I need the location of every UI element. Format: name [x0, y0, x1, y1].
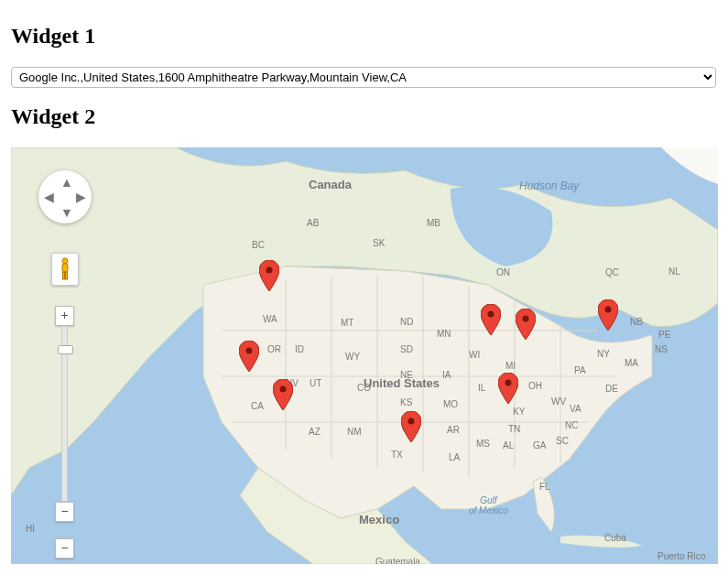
- zoom-control: + − −: [55, 306, 74, 559]
- marker-san-francisco[interactable]: [239, 341, 259, 372]
- svg-point-2: [62, 258, 68, 264]
- pan-up-icon[interactable]: ▲: [60, 175, 73, 190]
- widget2-title: Widget 2: [11, 104, 717, 129]
- widget1-title: Widget 1: [11, 24, 717, 49]
- marker-michigan[interactable]: [516, 309, 536, 340]
- svg-rect-3: [62, 264, 68, 272]
- pegman-icon: [59, 257, 71, 281]
- zoom-out-button[interactable]: −: [55, 538, 74, 559]
- svg-rect-4: [63, 272, 65, 279]
- zoom-out-button-mid[interactable]: −: [55, 502, 74, 522]
- marker-texas[interactable]: [401, 411, 421, 442]
- marker-southern-california[interactable]: [273, 379, 293, 410]
- pan-control[interactable]: ▲ ▼ ◀ ▶: [38, 170, 92, 223]
- marker-northeast[interactable]: [598, 299, 618, 331]
- marker-wisconsin[interactable]: [481, 304, 501, 335]
- pan-down-icon[interactable]: ▼: [60, 205, 73, 220]
- zoom-track[interactable]: [61, 326, 68, 502]
- pan-left-icon[interactable]: ◀: [44, 190, 54, 204]
- location-select[interactable]: Google Inc.,United States,1600 Amphithea…: [11, 67, 716, 88]
- zoom-in-button[interactable]: +: [55, 306, 74, 326]
- basemap: [11, 147, 718, 564]
- marker-seattle[interactable]: [259, 260, 279, 291]
- zoom-thumb[interactable]: [58, 345, 73, 354]
- map[interactable]: Canada United States Mexico Hudson Bay G…: [11, 147, 718, 564]
- location-select-wrap: Google Inc.,United States,1600 Amphithea…: [11, 67, 717, 88]
- pegman[interactable]: [51, 253, 79, 286]
- marker-tennessee[interactable]: [498, 373, 518, 404]
- svg-rect-5: [66, 272, 68, 279]
- pan-right-icon[interactable]: ▶: [76, 190, 86, 204]
